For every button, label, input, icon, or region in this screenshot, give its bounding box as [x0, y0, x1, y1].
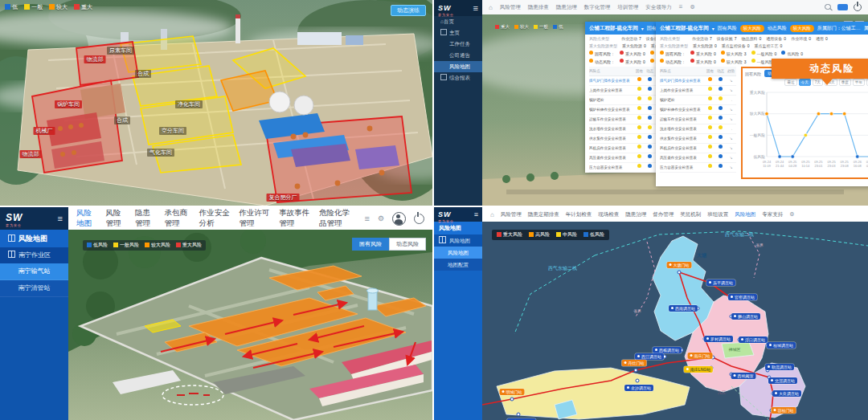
table-row[interactable]: 上岗作业安全检查表↘ [589, 86, 665, 96]
station-badge-gate[interactable]: 南庄门站 [688, 353, 713, 359]
data-point[interactable] [778, 155, 781, 158]
station-badge-reg[interactable]: 西樵调压站 [653, 347, 682, 353]
sidebar-item-reports[interactable]: 综合报表 [434, 72, 482, 84]
nav-item-7[interactable]: 班组设置 [707, 211, 728, 218]
power-icon[interactable] [414, 214, 424, 224]
table-row[interactable]: 风机房作业安全检查表↘ [589, 144, 665, 153]
nav-item-5[interactable]: 作业许可管理 [240, 208, 272, 229]
risk-point-name[interactable]: 风机房作业安全检查表 [589, 144, 634, 153]
nav-item-8[interactable]: 风险地图 [735, 211, 755, 218]
data-point[interactable] [791, 155, 794, 158]
risk-point-name[interactable]: 上岗作业安全检查表 [589, 86, 634, 95]
popup-title-dropdown[interactable]: 公辅工程部-硫化车间 [660, 25, 709, 32]
gear-icon[interactable]: ⚙ [690, 4, 695, 10]
nav-item-2[interactable]: 隐患管理 [135, 208, 157, 229]
sidebar-group[interactable]: 风险地图 [434, 234, 482, 247]
risk-point-name[interactable]: 压力容器安全检查表 [660, 163, 705, 172]
risk-point-name[interactable]: 洗水塔作业安全检查表 [660, 124, 705, 133]
risk-point-name[interactable]: 压力容器安全检查表 [589, 163, 634, 172]
station-badge-reg[interactable]: 北滘调压站 [768, 377, 797, 384]
nav-item-0[interactable]: 风险管理 [501, 211, 522, 218]
table-row[interactable]: 上岗作业安全检查表↘ [660, 86, 736, 96]
risk-point-name[interactable]: 供水泵作业安全检查表 [589, 134, 634, 143]
risk-point-name[interactable]: 运输车作业安全检查表 [660, 115, 705, 124]
sidebar-item-1[interactable]: 公司通告 [434, 50, 482, 61]
nav-item-9[interactable]: 专家支持 [762, 211, 783, 218]
data-point[interactable] [856, 155, 859, 158]
table-row[interactable]: 运输车作业安全检查表↘ [589, 115, 665, 124]
station-badge-reg[interactable]: 浮口调压站 [739, 336, 768, 343]
station-badge-reg[interactable]: 乐平调压站 [706, 279, 735, 286]
table-row[interactable]: 锅炉检修作业安全检查表↘ [660, 105, 736, 115]
station-badge-reg[interactable]: 罗村调压站 [704, 336, 733, 342]
data-point[interactable] [804, 133, 807, 137]
risk-point-name[interactable]: 运输车作业安全检查表 [589, 115, 634, 124]
table-row[interactable]: 洗水塔作业安全检查表→ [660, 124, 736, 134]
station-badge-gate[interactable]: 容桂门站 [772, 407, 796, 414]
home-icon[interactable]: ⌂ [489, 4, 493, 11]
station-badge-reg[interactable]: 勒流调压站 [765, 364, 794, 370]
risk-point-table[interactable]: 风险点固有动态趋势煤气炉门操作安全检查表↘上岗作业安全检查表↘锅炉巡检→锅炉检修… [660, 67, 736, 179]
user-avatar[interactable] [392, 212, 406, 226]
station-badge-gate[interactable]: 丹灶门站 [622, 360, 647, 366]
sidebar-item-2[interactable]: 风险地图 [434, 61, 482, 72]
risk-point-name[interactable]: 上岗作业安全检查表 [660, 86, 705, 95]
nav-item-3[interactable]: 数字化管理 [584, 4, 611, 11]
risk-point-name[interactable]: 煤气炉门操作安全检查表 [589, 76, 634, 85]
table-row[interactable]: 供水泵作业安全检查表↘ [589, 134, 665, 144]
station-badge-reg[interactable]: 大良调压站 [772, 390, 801, 397]
station-badge-reg[interactable]: 西线阀室 [731, 373, 756, 379]
nav-item-0[interactable]: 风险管理 [500, 4, 521, 11]
sidebar-item-home[interactable]: ⌂首页 [434, 16, 482, 27]
nav-item-2[interactable]: 年计划检查 [566, 211, 592, 218]
risk-mode-button-1[interactable]: 动态风险 [389, 238, 426, 251]
table-row[interactable]: 锅炉检修作业安全检查表↘ [589, 105, 665, 115]
risk-mode-button-0[interactable]: 固有风险 [352, 238, 389, 251]
nav-item-1[interactable]: 隐患排查 [528, 4, 549, 11]
table-row[interactable]: 压力容器安全检查表↘ [660, 163, 736, 173]
search-icon[interactable] [825, 4, 832, 11]
risk-point-name[interactable]: 锅炉巡检 [589, 96, 634, 104]
station-badge-reg[interactable]: 官窑调压站 [728, 294, 757, 300]
nav-item-6[interactable]: 事故事件管理 [279, 208, 311, 229]
table-row[interactable]: 压力容器安全检查表↘ [589, 163, 665, 173]
language-flag-icon[interactable] [837, 4, 848, 10]
risk-point-name[interactable]: 煤气炉门操作安全检查表 [660, 76, 705, 85]
nav-item-0[interactable]: 风险地图 [76, 208, 98, 229]
data-point[interactable] [829, 112, 833, 115]
sidebar-item-0[interactable]: 工作任务 [434, 39, 482, 50]
risk-point-name[interactable]: 风机房作业安全检查表 [660, 144, 705, 153]
table-row[interactable]: 洗水塔作业安全检查表→ [589, 124, 665, 134]
station-badge-reg[interactable]: 西江调压站 [635, 353, 664, 360]
risk-point-name[interactable]: 高压釜作业安全检查表 [589, 153, 634, 162]
more-menu-icon[interactable]: ≡ [365, 214, 370, 223]
sidebar-item-0[interactable]: 风险地图 [434, 247, 482, 259]
range-button-5[interactable]: 半年 [853, 79, 865, 86]
station-badge-reg[interactable]: 狮山调压站 [731, 313, 760, 320]
table-row[interactable]: 高压釜作业安全检查表↘ [660, 153, 736, 163]
nav-item-5[interactable]: 安全领导力 [645, 4, 672, 11]
station-badge-reg[interactable]: 西南调压站 [669, 305, 698, 312]
menu-toggle-icon[interactable]: ≡ [58, 214, 63, 223]
nav-item-7[interactable]: 危险化学品管理 [319, 208, 356, 229]
nav-item-3[interactable]: 承包商管理 [165, 208, 191, 229]
sidebar-item-0[interactable]: 南宁输气站 [0, 263, 68, 280]
nav-item-4[interactable]: 培训管理 [617, 4, 638, 11]
dynamic-demo-button[interactable]: 动态演练 [391, 5, 426, 16]
data-point[interactable] [817, 112, 820, 115]
station-badge-gate[interactable]: 大塘门站 [667, 262, 692, 268]
risk-point-name[interactable]: 供水泵作业安全检查表 [660, 134, 705, 143]
nav-item-4[interactable]: 作业安全分析 [199, 208, 231, 229]
nav-item-4[interactable]: 隐患治理 [625, 211, 646, 218]
table-row[interactable]: 高压釜作业安全检查表↘ [589, 153, 665, 163]
table-row[interactable]: 运输车作业安全检查表↘ [660, 115, 736, 124]
nav-item-2[interactable]: 隐患治理 [556, 4, 577, 11]
nav-item-5[interactable]: 督办管理 [653, 211, 674, 218]
station-badge-gate[interactable]: 明城门站 [500, 389, 525, 395]
gear-icon[interactable]: ⚙ [378, 214, 384, 222]
risk-point-name[interactable]: 洗水塔作业安全检查表 [589, 124, 634, 133]
risk-point-name[interactable]: 锅炉检修作业安全检查表 [660, 105, 705, 114]
table-row[interactable]: 煤气炉门操作安全检查表↘ [660, 76, 736, 86]
home-icon[interactable]: ⌂ [490, 211, 494, 218]
risk-point-name[interactable]: 高压釜作业安全检查表 [660, 153, 705, 162]
